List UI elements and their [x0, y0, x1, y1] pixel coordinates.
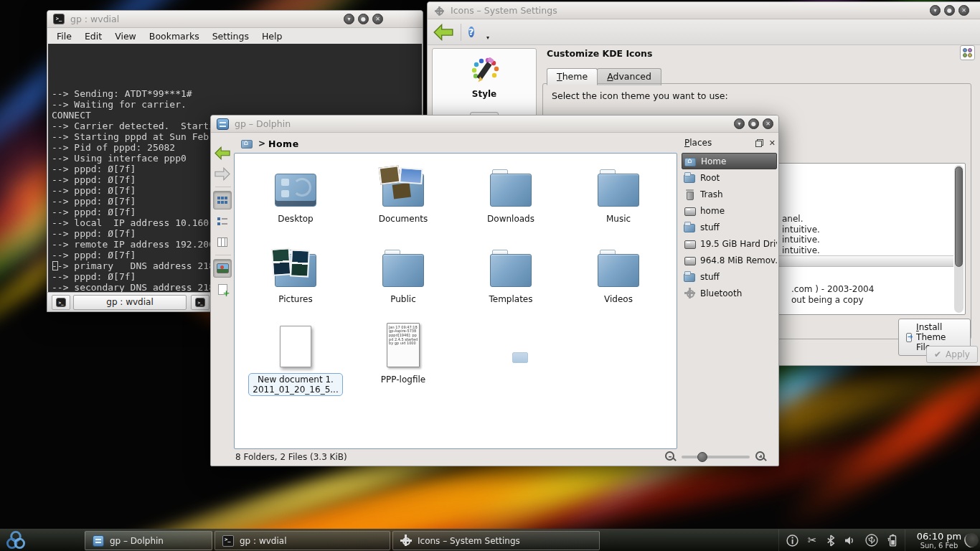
- clipboard-scissors-icon[interactable]: ✂: [808, 535, 817, 546]
- columns-view-button[interactable]: [213, 232, 232, 251]
- place-label: Home: [701, 156, 726, 166]
- file-item[interactable]: Pictures: [242, 240, 349, 320]
- details-view-button[interactable]: [213, 212, 232, 230]
- file-icon: [490, 254, 532, 287]
- zoom-out-icon[interactable]: [665, 451, 676, 462]
- minimize-button[interactable]: ▾: [734, 118, 745, 129]
- konsole-titlebar[interactable]: >_ gp : wvdial ▾ ● ✕: [47, 11, 423, 28]
- clock[interactable]: 06:10 pm Sun, 6 Feb: [908, 531, 970, 550]
- places-item[interactable]: Trash: [682, 186, 777, 202]
- places-item[interactable]: stuff: [682, 268, 777, 285]
- zoom-in-icon[interactable]: [755, 451, 766, 462]
- chevron-down-icon: ▾: [486, 34, 489, 41]
- style-module-icon[interactable]: [468, 57, 500, 86]
- minimize-button[interactable]: ▾: [930, 5, 941, 16]
- places-item[interactable]: stuff: [682, 219, 777, 235]
- terminal-line: --> Sending: ATDT*99***1#: [52, 88, 418, 99]
- file-label: PPP-logfile: [377, 373, 430, 386]
- back-arrow-icon[interactable]: [433, 24, 453, 41]
- maximize-button[interactable]: ●: [944, 5, 955, 16]
- close-button[interactable]: ✕: [763, 118, 773, 129]
- zoom-slider-handle[interactable]: [697, 452, 707, 462]
- bluetooth-icon[interactable]: [826, 534, 835, 547]
- install-icon: [906, 333, 912, 342]
- file-item[interactable]: Jan 17 09:47:18 gp-Aspire-5738 pppd[1946…: [349, 320, 457, 400]
- file-icon: Jan 17 09:47:18 gp-Aspire-5738 pppd[1946…: [387, 323, 420, 367]
- folder-view[interactable]: Desktop Documents: [234, 153, 677, 449]
- places-item[interactable]: Home: [682, 153, 777, 169]
- places-item[interactable]: 964.8 MiB Remov...: [682, 252, 777, 268]
- back-button[interactable]: [213, 143, 232, 162]
- preview-toggle-button[interactable]: [213, 259, 232, 278]
- places-item[interactable]: Root: [682, 169, 777, 186]
- theme-list-row[interactable]: anel.: [782, 214, 820, 225]
- sidebar-item-style[interactable]: Style: [433, 89, 536, 99]
- file-item[interactable]: Desktop: [242, 159, 349, 240]
- preview-icon: [217, 263, 229, 273]
- zoom-slider[interactable]: [682, 456, 750, 458]
- theme-list-row[interactable]: intuitive.: [782, 245, 820, 256]
- scrollbar-thumb[interactable]: [955, 166, 963, 267]
- place-label: home: [700, 206, 725, 216]
- tab-theme[interactable]: Theme: [547, 68, 598, 85]
- new-tab-button[interactable]: >_: [52, 295, 70, 310]
- task-dolphin[interactable]: gp – Dolphin: [85, 531, 212, 550]
- file-item[interactable]: Music: [565, 159, 672, 240]
- maximize-button[interactable]: ●: [358, 14, 369, 24]
- file-item[interactable]: Videos: [565, 240, 672, 320]
- scrollbar[interactable]: [954, 165, 963, 313]
- dolphin-titlebar[interactable]: gp – Dolphin ▾ ● ✕: [211, 116, 778, 133]
- menu-item[interactable]: File: [50, 29, 78, 43]
- breadcrumb-home-label[interactable]: Home: [268, 138, 299, 149]
- apply-button[interactable]: ✔ Apply: [926, 346, 978, 363]
- file-item[interactable]: Templates: [457, 240, 565, 320]
- icons-view-button[interactable]: [213, 191, 232, 209]
- system-settings-titlebar[interactable]: Icons – System Settings ▾ ● ✕: [428, 2, 980, 19]
- menu-item[interactable]: Bookmarks: [143, 29, 206, 43]
- help-button[interactable]: ? ▾: [468, 24, 484, 40]
- close-button[interactable]: ✕: [958, 5, 969, 16]
- place-icon: [684, 172, 696, 184]
- places-item[interactable]: Bluetooth: [682, 285, 777, 301]
- konsole-menubar: FileEditViewBookmarksSettingsHelp: [47, 28, 423, 44]
- tab-list-button[interactable]: >_: [191, 295, 209, 310]
- details-view-icon: [217, 215, 228, 227]
- menu-item[interactable]: View: [108, 29, 143, 43]
- task-konsole[interactable]: gp : wvdial: [215, 531, 390, 550]
- file-item[interactable]: Downloads: [457, 159, 565, 240]
- usb-icon[interactable]: [865, 534, 878, 547]
- menu-item[interactable]: Settings: [206, 29, 255, 43]
- maximize-button[interactable]: ●: [748, 118, 759, 129]
- places-item[interactable]: home: [682, 202, 777, 219]
- minimize-button[interactable]: ▾: [344, 14, 354, 24]
- places-list: Home Root Trash home: [682, 153, 777, 301]
- split-view-button[interactable]: [213, 280, 232, 298]
- toolbar-separator: [215, 187, 231, 187]
- float-panel-icon[interactable]: [755, 139, 763, 147]
- terminal-tab-icon: >_: [56, 298, 66, 307]
- close-button[interactable]: ✕: [372, 14, 383, 24]
- close-panel-icon[interactable]: ✕: [769, 138, 776, 148]
- battery-icon[interactable]: [887, 534, 897, 547]
- task-system-settings[interactable]: Icons – System Settings: [392, 531, 600, 550]
- place-icon: [684, 189, 696, 200]
- places-item[interactable]: 19.5 GiB Hard Drive: [682, 235, 777, 252]
- terminal-tab[interactable]: gp : wvdial: [73, 295, 187, 310]
- volume-icon[interactable]: [844, 535, 856, 546]
- check-icon: ✔: [934, 349, 941, 359]
- forward-button[interactable]: [213, 164, 232, 183]
- info-icon[interactable]: [786, 534, 798, 547]
- file-item[interactable]: Public: [349, 240, 457, 320]
- theme-list-row[interactable]: intuitive.: [782, 225, 820, 235]
- dolphin-toolbar: [213, 141, 233, 301]
- place-icon: [684, 271, 696, 283]
- menu-item[interactable]: Help: [255, 29, 289, 43]
- file-item[interactable]: Documents: [349, 159, 457, 240]
- file-icon: [490, 174, 532, 207]
- breadcrumb-home-button[interactable]: [238, 136, 255, 151]
- place-label: 19.5 GiB Hard Drive: [700, 239, 777, 249]
- file-item[interactable]: New document 1. 2011_01_20_16_5...: [242, 320, 349, 400]
- app-launcher-icon[interactable]: [5, 530, 27, 551]
- theme-list-row[interactable]: intuitive.: [782, 235, 820, 245]
- menu-item[interactable]: Edit: [78, 29, 108, 43]
